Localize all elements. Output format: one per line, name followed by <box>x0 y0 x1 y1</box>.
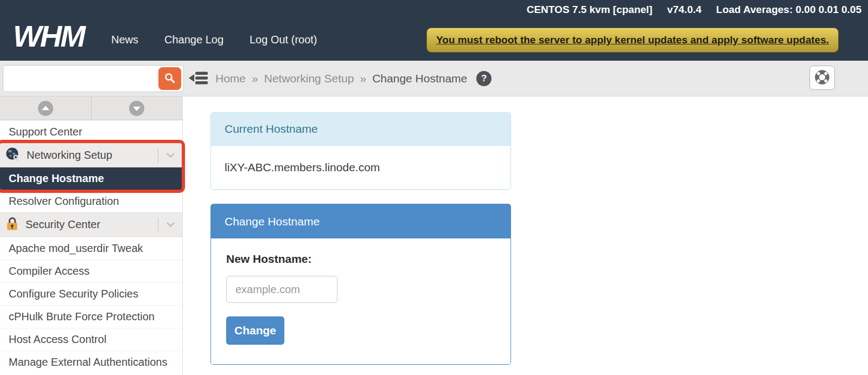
sidebar-item-support-center[interactable]: Support Center <box>0 120 182 143</box>
breadcrumb: Home » Networking Setup » Change Hostnam… <box>215 61 492 96</box>
sidebar-item-compiler-access[interactable]: Compiler Access <box>0 260 182 282</box>
arrow-down-icon <box>129 101 144 116</box>
sidebar: Support Center Networking Setup <box>0 96 183 375</box>
status-load-averages: Load Averages: 0.00 0.01 0.05 <box>716 4 861 16</box>
current-hostname-panel-title: Current Hostname <box>211 113 510 146</box>
search-button[interactable] <box>158 67 181 90</box>
whm-logo[interactable]: WHM <box>13 18 84 54</box>
search-input[interactable] <box>3 66 183 92</box>
sidebar-group-label: Networking Setup <box>27 149 112 161</box>
breadcrumb-separator: » <box>252 72 258 85</box>
sidebar-group-label: Security Center <box>25 218 100 231</box>
header-nav: News Change Log Log Out (root) <box>111 34 317 46</box>
toolbar: Home » Networking Setup » Change Hostnam… <box>0 61 868 96</box>
sidebar-item-host-access-control[interactable]: Host Access Control <box>0 328 182 351</box>
sidebar-item-resolver-configuration[interactable]: Resolver Configuration <box>0 190 182 212</box>
support-help-button[interactable] <box>809 66 835 90</box>
reboot-warning-banner[interactable]: You must reboot the server to apply kern… <box>426 28 839 53</box>
question-mark-icon[interactable]: ? <box>476 71 492 86</box>
sidebar-item-apache-mod-userdir-tweak[interactable]: Apache mod_userdir Tweak <box>0 237 182 260</box>
sidebar-item-manage-external-authentications[interactable]: Manage External Authentications <box>0 351 182 373</box>
breadcrumb-current-page: Change Hostname <box>372 72 467 85</box>
header: WHM News Change Log Log Out (root) CENTO… <box>0 0 868 61</box>
change-hostname-panel: Change Hostname New Hostname: Change <box>210 204 511 365</box>
globe-wrench-icon <box>5 147 20 164</box>
collapse-sidebar-icon <box>189 70 209 88</box>
breadcrumb-networking-setup[interactable]: Networking Setup <box>264 72 354 85</box>
change-hostname-panel-title: Change Hostname <box>211 204 510 238</box>
sidebar-group-networking-setup[interactable]: Networking Setup <box>0 143 182 167</box>
current-hostname-panel: Current Hostname liXY-ABC.members.linode… <box>210 112 511 190</box>
main-content: Current Hostname liXY-ABC.members.linode… <box>183 97 868 375</box>
sidebar-item-configure-security-policies[interactable]: Configure Security Policies <box>0 282 182 305</box>
chevron-down-icon[interactable] <box>158 213 182 236</box>
chevron-down-icon[interactable] <box>158 144 182 167</box>
life-ring-icon <box>814 69 831 87</box>
nav-news[interactable]: News <box>111 34 138 46</box>
status-version: v74.0.4 <box>667 4 701 16</box>
sidebar-item-cphulk-brute-force-protection[interactable]: cPHulk Brute Force Protection <box>0 305 182 328</box>
collapse-sidebar-button[interactable] <box>188 70 209 87</box>
current-hostname-value: liXY-ABC.members.linode.com <box>211 146 510 189</box>
change-button[interactable]: Change <box>226 316 284 345</box>
nav-change-log[interactable]: Change Log <box>164 34 224 46</box>
status-os: CENTOS 7.5 kvm [cpanel] <box>527 4 653 16</box>
server-status-bar: CENTOS 7.5 kvm [cpanel] v74.0.4 Load Ave… <box>527 4 861 16</box>
breadcrumb-home[interactable]: Home <box>215 72 246 85</box>
breadcrumb-separator: » <box>360 72 366 85</box>
sidebar-item-change-hostname[interactable]: Change Hostname <box>0 167 182 190</box>
padlock-icon <box>5 216 19 234</box>
sidebar-search-box <box>3 65 184 92</box>
scroll-down-button[interactable] <box>92 96 183 120</box>
arrow-up-icon <box>38 101 53 116</box>
new-hostname-input[interactable] <box>226 276 337 303</box>
search-icon <box>164 72 176 86</box>
sidebar-scroll-controls <box>0 96 182 120</box>
nav-log-out[interactable]: Log Out (root) <box>250 34 317 46</box>
new-hostname-label: New Hostname: <box>226 253 312 265</box>
whm-page: WHM News Change Log Log Out (root) CENTO… <box>0 0 868 375</box>
sidebar-group-security-center[interactable]: Security Center <box>0 212 182 237</box>
scroll-up-button[interactable] <box>0 96 92 120</box>
